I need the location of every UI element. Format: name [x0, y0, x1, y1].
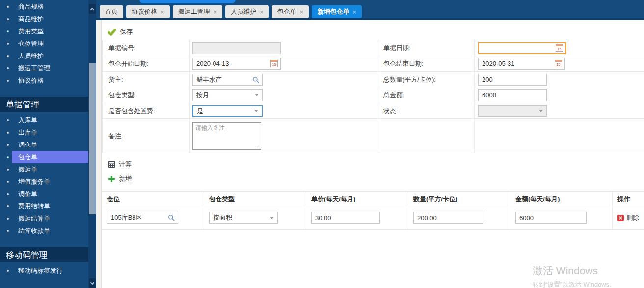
col-header-actions: 操作: [612, 192, 644, 206]
tab-home[interactable]: 首页: [100, 5, 123, 18]
doc-number-field[interactable]: [192, 42, 281, 54]
close-icon[interactable]: ×: [300, 9, 304, 15]
sidebar-item-settlement-receipt-order[interactable]: 结算收款单: [0, 225, 88, 237]
tab-porter-management[interactable]: 搬运工管理×: [173, 5, 223, 18]
calculator-icon: [108, 161, 115, 168]
sidebar-item-handling-settlement-order[interactable]: 搬运结算单: [0, 212, 88, 225]
include-disposal-fee-select[interactable]: 是: [192, 105, 263, 117]
sidebar-item-label: 入库单: [18, 116, 37, 125]
sidebar-item-warehouse-lease-order[interactable]: 包仓单: [0, 151, 88, 163]
lease-end-date-label: 包仓结束日期:: [377, 56, 474, 71]
sidebar-scrollbar[interactable]: [88, 0, 96, 288]
save-button[interactable]: 保存: [108, 28, 133, 36]
search-icon[interactable]: [252, 76, 259, 83]
calendar-icon[interactable]: [555, 60, 562, 67]
close-icon[interactable]: ×: [260, 9, 264, 15]
empty-cell: [377, 119, 474, 153]
tab-warehouse-lease-order[interactable]: 包仓单×: [272, 5, 309, 18]
chevron-up-icon: [90, 7, 94, 11]
sidebar-item-inbound-order[interactable]: 入库单: [0, 114, 88, 126]
close-icon[interactable]: ×: [352, 9, 356, 15]
search-icon[interactable]: [168, 214, 175, 221]
owner-field[interactable]: 鲜丰水产: [192, 74, 263, 86]
save-button-label: 保存: [120, 28, 133, 36]
tab-new-warehouse-lease-order[interactable]: 新增包仓单×: [312, 5, 362, 18]
total-amount-field[interactable]: [478, 89, 547, 101]
bullet-icon: [7, 80, 9, 82]
sidebar-item-agreement-price[interactable]: 协议价格: [0, 74, 88, 86]
bullet-icon: [7, 181, 9, 183]
close-icon[interactable]: ×: [214, 9, 217, 15]
remark-textarea[interactable]: [192, 122, 261, 150]
delete-icon: [617, 215, 624, 221]
slot-search-field[interactable]: 105库B8区: [107, 212, 178, 224]
bullet-icon: [7, 193, 9, 195]
unit-price-field[interactable]: [311, 212, 380, 224]
topbar: 首页 协议价格× 搬运工管理× 人员维护× 包仓单× 新增包仓单×: [96, 0, 644, 20]
empty-cell: [474, 119, 644, 153]
scroll-down-button[interactable]: [89, 278, 96, 288]
col-header-warehouse-slot: 仓位: [102, 192, 204, 206]
doc-date-field[interactable]: [478, 42, 566, 54]
windows-activation-watermark: 激活 Windows 转到“设置”以激活 Windows。: [533, 264, 616, 288]
calculate-button-label: 计算: [119, 160, 132, 169]
scroll-up-button[interactable]: [89, 4, 96, 14]
sidebar-section-doc-management: 单据管理: [0, 97, 88, 112]
tab-agreement-price[interactable]: 协议价格×: [126, 5, 170, 18]
row-lease-type-value: 按面积: [213, 213, 232, 222]
sidebar-item-product-spec[interactable]: 商品规格: [0, 0, 88, 13]
sidebar-item-label: 移动码标签发行: [18, 266, 63, 275]
status-select[interactable]: [478, 105, 547, 117]
amount-field[interactable]: [515, 212, 587, 224]
add-row-button[interactable]: 新增: [108, 174, 132, 183]
lease-type-select[interactable]: 按月: [192, 89, 263, 101]
table-row: 105库B8区 按面积 删除: [102, 206, 644, 230]
sidebar-item-fee-type[interactable]: 费用类型: [0, 25, 88, 37]
quantity-field[interactable]: [413, 212, 483, 224]
close-icon[interactable]: ×: [161, 9, 164, 15]
sidebar-item-outbound-order[interactable]: 出库单: [0, 126, 88, 139]
sidebar-item-value-added-service-order[interactable]: 增值服务单: [0, 175, 88, 188]
content-left-gutter: [96, 20, 102, 288]
calendar-icon[interactable]: [556, 44, 563, 52]
lease-end-date-field[interactable]: 2020-05-31: [478, 58, 565, 70]
col-header-lease-type: 包仓类型: [204, 192, 306, 206]
main-content: 保存 单据编号: 单据日期: 包仓开始日期: 2020-04-13: [96, 20, 644, 288]
lease-start-date-label: 包仓开始日期:: [103, 56, 189, 71]
delete-button-label: 删除: [626, 213, 639, 222]
sidebar-item-label: 搬运工管理: [18, 64, 50, 73]
sidebar-item-personnel-maintenance[interactable]: 人员维护: [0, 50, 88, 62]
sidebar-item-mobile-code-label-issue[interactable]: 移动码标签发行: [0, 264, 88, 277]
tab-label: 人员维护: [231, 7, 256, 16]
sidebar-item-label: 包仓单: [18, 153, 37, 162]
total-quantity-field[interactable]: [478, 74, 547, 86]
sidebar-item-price-adjustment-order[interactable]: 调价单: [0, 188, 88, 200]
sidebar-item-label: 调价单: [18, 190, 37, 199]
sidebar-item-label: 增值服务单: [18, 177, 50, 186]
sidebar-item-label: 费用结转单: [18, 202, 50, 211]
calendar-icon[interactable]: [270, 60, 278, 67]
scrollbar-thumb[interactable]: [89, 63, 96, 214]
lease-start-date-field[interactable]: 2020-04-13: [192, 58, 281, 70]
delete-button[interactable]: 删除: [617, 213, 639, 222]
sidebar-item-label: 搬运结算单: [18, 214, 50, 223]
section-header-label: 移动码管理: [6, 249, 48, 260]
sidebar-item-product-maintenance[interactable]: 商品维护: [0, 13, 88, 25]
include-disposal-fee-value: 是: [197, 107, 203, 115]
tab-label: 搬运工管理: [178, 7, 210, 16]
sidebar-item-fee-carryover-order[interactable]: 费用结转单: [0, 200, 88, 212]
tab-personnel-maintenance[interactable]: 人员维护×: [225, 5, 269, 18]
sidebar-item-porter-management[interactable]: 搬运工管理: [0, 62, 88, 74]
check-icon: [108, 29, 116, 36]
bullet-icon: [7, 156, 9, 158]
sidebar-item-handling-order[interactable]: 搬运单: [0, 163, 88, 175]
top-nav-button-partial[interactable]: [139, 0, 236, 3]
sidebar-item-transfer-order[interactable]: 调仓单: [0, 139, 88, 151]
sidebar-item-slot-management[interactable]: 仓位管理: [0, 37, 88, 50]
dropdown-arrow-icon: [270, 217, 274, 219]
row-lease-type-select[interactable]: 按面积: [209, 212, 278, 224]
include-disposal-fee-label: 是否包含处置费:: [103, 103, 189, 118]
calculate-button[interactable]: 计算: [108, 160, 132, 169]
tab-label: 协议价格: [132, 7, 157, 16]
sidebar-item-label: 人员维护: [18, 52, 44, 60]
